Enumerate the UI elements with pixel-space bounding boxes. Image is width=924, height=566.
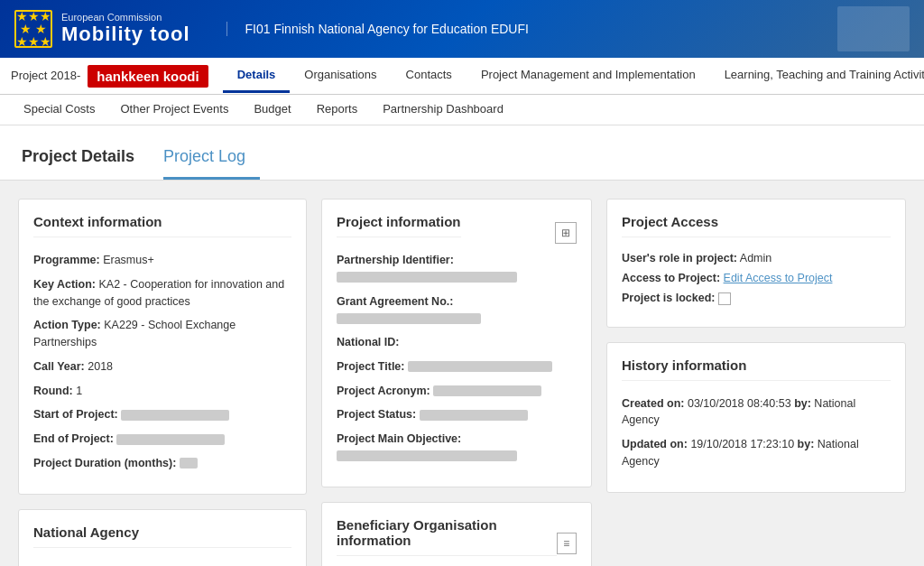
grant-agreement-label: Grant Agreement No.: <box>337 295 453 308</box>
subnav-other-project-events[interactable]: Other Project Events <box>107 95 241 125</box>
main-navigation: Details Organisations Contacts Project M… <box>223 59 924 93</box>
subnav-reports[interactable]: Reports <box>304 95 371 125</box>
middle-column: Project information ⊞ Partnership Identi… <box>321 199 592 566</box>
table-icon[interactable]: ≡ <box>557 533 577 554</box>
call-year-value: 2018 <box>88 360 113 373</box>
key-action-row: Key Action: KA2 - Cooperation for innova… <box>33 276 291 311</box>
tab-project-log[interactable]: Project Log <box>163 140 260 180</box>
project-locked-row: Project is locked: <box>622 292 891 305</box>
created-row: Created on: 03/10/2018 08:40:53 by: Nati… <box>622 395 891 430</box>
access-to-project-row: Access to Project: Edit Access to Projec… <box>622 272 891 284</box>
beneficiary-header: Beneficiary Organisation information ≡ <box>337 517 577 567</box>
national-agency-card: National Agency <box>18 509 307 567</box>
app-title: European Commission Mobility tool <box>61 12 190 46</box>
partnership-id-row: Partnership Identifier: <box>337 252 577 286</box>
end-project-value <box>116 434 225 445</box>
project-duration-value <box>180 458 198 469</box>
created-label: Created on: <box>622 397 684 410</box>
user-role-value: Admin <box>740 252 772 264</box>
eu-flag: ★★★★ ★★★★ <box>14 10 52 48</box>
project-acronym-row: Project Acronym: <box>337 383 577 400</box>
page-header: Project Details Project Log <box>0 125 924 181</box>
app-name: Mobility tool <box>61 23 190 46</box>
history-information-card: History information Created on: 03/10/20… <box>606 342 906 493</box>
right-column: Project Access User's role in project: A… <box>606 199 906 493</box>
project-information-card: Project information ⊞ Partnership Identi… <box>321 199 592 487</box>
project-access-title: Project Access <box>622 214 891 237</box>
round-value: 1 <box>76 385 82 397</box>
partnership-id-label: Partnership Identifier: <box>337 254 454 266</box>
created-value: 03/10/2018 08:40:53 <box>688 397 791 410</box>
created-by-label: by: <box>794 397 811 410</box>
nav-organisations[interactable]: Organisations <box>290 59 391 93</box>
updated-row: Updated on: 19/10/2018 17:23:10 by: Nati… <box>622 436 891 470</box>
start-project-value <box>121 410 229 421</box>
cards-area: Context information Programme: Erasmus+ … <box>0 181 924 566</box>
context-information-card: Context information Programme: Erasmus+ … <box>18 199 307 495</box>
edit-access-link[interactable]: Edit Access to Project <box>724 272 833 284</box>
project-title-row: Project Title: <box>337 358 577 376</box>
round-label: Round: <box>33 385 73 397</box>
beneficiary-title: Beneficiary Organisation information <box>337 517 557 556</box>
project-locked-label: Project is locked: <box>622 292 716 304</box>
call-year-row: Call Year: 2018 <box>33 358 291 376</box>
export-icon[interactable]: ⊞ <box>555 222 577 244</box>
project-objective-label: Project Main Objective: <box>337 432 461 445</box>
project-objective-row: Project Main Objective: <box>337 431 577 465</box>
updated-by-label: by: <box>798 438 815 450</box>
action-type-label: Action Type: <box>33 319 101 331</box>
project-locked-checkbox[interactable] <box>718 292 731 305</box>
project-acronym-value <box>433 385 541 396</box>
national-id-label: National ID: <box>337 336 399 348</box>
history-information-title: History information <box>622 357 891 381</box>
programme-value: Erasmus+ <box>103 254 154 266</box>
action-type-row: Action Type: KA229 - School Exchange Par… <box>33 317 291 351</box>
subnav-budget[interactable]: Budget <box>241 95 303 125</box>
user-role-row: User's role in project: Admin <box>622 252 891 264</box>
main-content: Context information Programme: Erasmus+ … <box>0 181 924 566</box>
subnav-partnership-dashboard[interactable]: Partnership Dashboard <box>370 95 516 125</box>
user-role-label: User's role in project: <box>622 252 737 264</box>
round-row: Round: 1 <box>33 383 291 400</box>
sub-navigation: Special Costs Other Project Events Budge… <box>0 95 924 125</box>
subnav-special-costs[interactable]: Special Costs <box>11 95 107 125</box>
start-project-label: Start of Project: <box>33 408 118 421</box>
project-objective-value <box>337 450 517 461</box>
call-year-label: Call Year: <box>33 360 85 373</box>
programme-row: Programme: Erasmus+ <box>33 252 291 269</box>
project-bar: Project 2018- hankkeen koodi Details Org… <box>0 58 924 95</box>
grant-agreement-row: Grant Agreement No.: <box>337 293 577 328</box>
updated-label: Updated on: <box>622 438 688 450</box>
context-information-title: Context information <box>33 214 291 237</box>
programme-label: Programme: <box>33 254 100 266</box>
partnership-id-value <box>337 272 517 283</box>
access-to-project-label: Access to Project: <box>622 272 720 284</box>
eu-stars: ★★★★ ★★★★ <box>16 10 51 48</box>
end-project-row: End of Project: <box>33 431 291 448</box>
ec-label: European Commission <box>61 12 190 23</box>
key-action-label: Key Action: <box>33 278 96 291</box>
left-column: Context information Programme: Erasmus+ … <box>18 199 307 566</box>
project-status-row: Project Status: <box>337 406 577 423</box>
nav-contacts[interactable]: Contacts <box>392 59 467 93</box>
project-status-label: Project Status: <box>337 408 416 421</box>
nav-project-management[interactable]: Project Management and Implementation <box>467 59 710 93</box>
nav-details[interactable]: Details <box>223 59 291 93</box>
end-project-label: End of Project: <box>33 432 114 445</box>
nav-learning[interactable]: Learning, Teaching and Training Activiti… <box>710 59 924 93</box>
updated-value: 19/10/2018 17:23:10 <box>690 438 794 450</box>
project-code: hankkeen koodi <box>88 65 208 88</box>
project-duration-row: Project Duration (months): <box>33 455 291 472</box>
project-status-value <box>420 410 528 421</box>
logo-area: ★★★★ ★★★★ European Commission Mobility t… <box>14 10 190 48</box>
project-title-label: Project Title: <box>337 360 404 373</box>
national-agency-title: National Agency <box>33 524 291 548</box>
project-information-title: Project information <box>337 214 461 237</box>
project-access-card: Project Access User's role in project: A… <box>606 199 906 328</box>
tab-project-details[interactable]: Project Details <box>22 140 149 180</box>
project-duration-label: Project Duration (months): <box>33 457 176 469</box>
project-acronym-label: Project Acronym: <box>337 385 430 397</box>
start-project-row: Start of Project: <box>33 406 291 423</box>
app-header: ★★★★ ★★★★ European Commission Mobility t… <box>0 0 924 58</box>
beneficiary-organisation-card: Beneficiary Organisation information ≡ P… <box>321 502 592 567</box>
